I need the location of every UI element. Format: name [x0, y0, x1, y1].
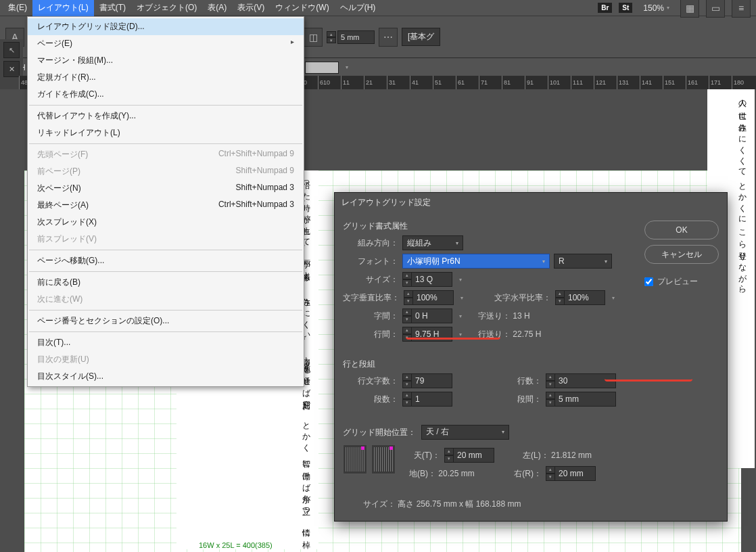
bridge-button[interactable]: Br [598, 3, 612, 13]
stock-button[interactable]: St [619, 3, 632, 13]
tool-selection-icon[interactable]: ↖ [3, 42, 20, 58]
cols-field[interactable]: ▴▾ [402, 392, 452, 407]
menu-item[interactable]: 最終ページ(A)Ctrl+Shift+Numpad 3 [28, 197, 304, 214]
menubar: 集(E) レイアウト(L) 書式(T) オブジェクト(O) 表(A) 表示(V)… [0, 0, 756, 16]
menu-item[interactable]: 代替レイアウトを作成(Y)... [28, 108, 304, 124]
menu-item[interactable]: 目次(T)... [28, 334, 304, 351]
lines-label: 行数： [508, 375, 542, 387]
menu-item[interactable]: ページ(E) [28, 35, 304, 52]
hscale-label: 文字水平比率： [488, 292, 551, 304]
dir-label: 組み方向： [343, 237, 398, 249]
start-select[interactable]: 天 / 右▾ [421, 425, 509, 440]
ruler-tick: 111 [571, 76, 583, 89]
menu-item[interactable]: ガイドを作成(C)... [28, 86, 304, 103]
dir-select[interactable]: 縦組み▾ [402, 235, 463, 250]
ruler-tick: 161 [686, 76, 698, 89]
chfeed-label: 字送り： 13 H [478, 310, 530, 322]
weight-select[interactable]: R▾ [554, 254, 612, 269]
menu-item[interactable]: レイアウトグリッド設定(D)... [28, 18, 304, 35]
menu-object[interactable]: オブジェクト(O) [131, 0, 202, 16]
layout-grid-dialog: レイアウトグリッド設定 グリッド書式属性 組み方向： 縦組み▾ フォント： 小塚… [334, 192, 728, 522]
cancel-button[interactable]: キャンセル [644, 245, 719, 264]
gutter-field[interactable]: ▴▾ [546, 392, 616, 407]
size-label: サイズ： [343, 274, 398, 285]
menu-item[interactable]: 次ページ(N)Shift+Numpad 3 [28, 180, 304, 197]
ruler-tick: 91 [525, 76, 534, 89]
start-thumb-1[interactable] [343, 444, 367, 474]
more-options-icon[interactable]: ⋯ [379, 28, 398, 47]
right-field[interactable]: ▴▾ [546, 466, 596, 481]
menu-edit[interactable]: 集(E) [3, 0, 32, 16]
ruler-tick: 151 [663, 76, 675, 89]
vscale-label: 文字垂直比率： [343, 292, 400, 304]
ruler-tick: 171 [709, 76, 721, 89]
corner-radius-field[interactable]: ▴▾ [327, 30, 375, 44]
menu-item[interactable]: 定規ガイド(R)... [28, 69, 304, 86]
close-icon[interactable]: ✕ [3, 61, 20, 77]
menu-table[interactable]: 表(A) [202, 0, 232, 16]
preview-checkbox[interactable]: プレビュー [644, 276, 719, 288]
menu-item: 先頭ページ(F)Ctrl+Shift+Numpad 9 [28, 146, 304, 163]
preview-checkbox-input[interactable] [644, 277, 653, 286]
menu-help[interactable]: ヘルプ(H) [335, 0, 381, 16]
ruler-tick: 121 [594, 76, 606, 89]
ruler-tick: 101 [548, 76, 560, 89]
ruler-tick: 180 [732, 76, 744, 89]
screen-mode-icon[interactable]: ▦ [680, 0, 699, 18]
start-thumb-2[interactable] [371, 444, 396, 474]
menu-type[interactable]: 書式(T) [94, 0, 131, 16]
style-selector[interactable]: [基本グ [402, 28, 440, 46]
start-thumbnails[interactable] [343, 444, 396, 474]
gray-swatch[interactable] [305, 62, 339, 74]
menu-item[interactable]: 次スプレッド(X) [28, 214, 304, 231]
arrange-icon[interactable]: ▭ [706, 0, 725, 18]
ruler-tick: 141 [640, 76, 652, 89]
menu-item: 目次の更新(U) [28, 351, 304, 368]
frame-info: 16W x 25L = 400(385) [199, 541, 273, 549]
ok-button[interactable]: OK [644, 221, 719, 239]
ruler-tick: 81 [502, 76, 511, 89]
menu-item: 次に進む(W) [28, 291, 304, 308]
cols-label: 段数： [343, 394, 398, 405]
ruler-tick: 131 [617, 76, 629, 89]
left-readonly: 左(L)： 21.812 mm [523, 450, 592, 461]
menu-item[interactable]: リキッドレイアウト(L) [28, 124, 304, 141]
corner-radius-input[interactable] [337, 30, 375, 44]
menu-item[interactable]: 目次スタイル(S)... [28, 368, 304, 385]
menu-item[interactable]: 前に戻る(B) [28, 274, 304, 291]
ruler-tick: 11 [341, 76, 350, 89]
annotation-underline-1 [406, 337, 500, 340]
right-label: 右(R)： [511, 468, 542, 480]
top-field[interactable]: ▴▾ [444, 448, 494, 463]
options-icon[interactable]: ≡ [732, 0, 751, 18]
chsp-field[interactable]: ▴▾ [402, 308, 452, 323]
font-select[interactable]: 小塚明朝 Pr6N▾ [402, 254, 550, 269]
top-label: 天(T)： [409, 450, 440, 461]
menu-view[interactable]: 表示(V) [232, 0, 270, 16]
size-info: サイズ： 高さ 256.75 mm x 幅 168.188 mm [363, 499, 636, 510]
menu-layout[interactable]: レイアウト(L) [32, 0, 94, 16]
ruler-tick: 41 [410, 76, 419, 89]
menu-item: 前スプレッド(V) [28, 231, 304, 248]
ruler-tick: 71 [479, 76, 488, 89]
lchars-field[interactable]: ▴▾ [402, 373, 452, 388]
zoom-select[interactable]: 150%▾ [639, 2, 674, 14]
gutter-label: 段間： [508, 394, 542, 405]
hscale-field[interactable]: ▴▾ [555, 290, 605, 305]
lnsp-label: 行間： [343, 329, 398, 340]
menu-item[interactable]: マージン・段組(M)... [28, 52, 304, 69]
size-field[interactable]: ▴▾ [402, 272, 452, 287]
bottom-readonly: 地(B)： 20.25 mm [409, 468, 490, 480]
group-grid-attr: グリッド書式属性 [343, 221, 636, 232]
menu-window[interactable]: ウィンドウ(W) [270, 0, 334, 16]
annotation-underline-2 [605, 379, 692, 382]
corner-options-icon[interactable]: ◫ [304, 28, 323, 47]
vscale-field[interactable]: ▴▾ [404, 290, 454, 305]
lchars-label: 行文字数： [343, 375, 398, 387]
start-label: グリッド開始位置： [343, 427, 417, 438]
ruler-tick: 61 [456, 76, 465, 89]
menu-item[interactable]: ページへ移動(G)... [28, 252, 304, 269]
ruler-tick: 21 [364, 76, 373, 89]
menu-item[interactable]: ページ番号とセクションの設定(O)... [28, 313, 304, 329]
dialog-title: レイアウトグリッド設定 [335, 193, 727, 212]
